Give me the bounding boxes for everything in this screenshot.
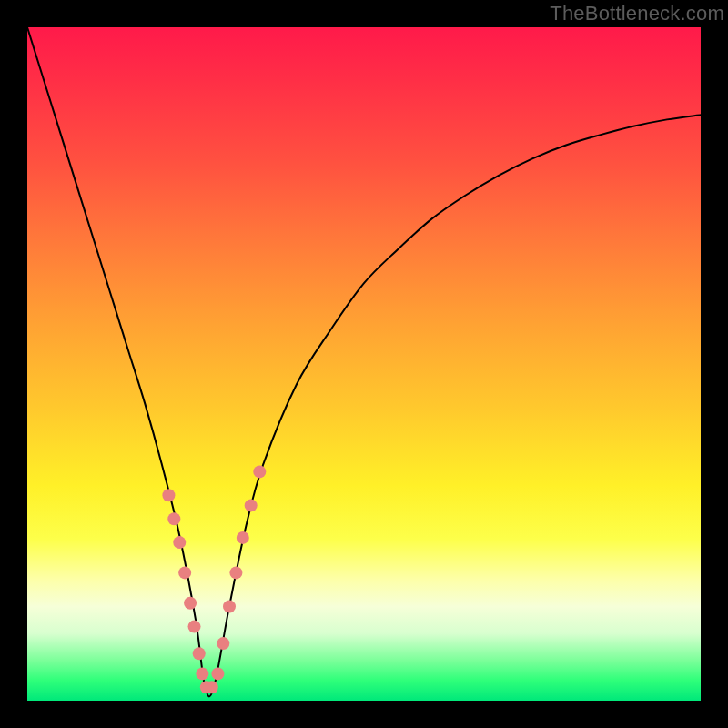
sample-point bbox=[188, 621, 201, 633]
sample-point bbox=[193, 647, 206, 660]
bottleneck-curve bbox=[27, 27, 701, 696]
plot-area bbox=[27, 27, 701, 701]
sample-point bbox=[162, 489, 175, 501]
sample-point bbox=[237, 531, 249, 544]
sample-point bbox=[211, 667, 224, 680]
sample-point bbox=[217, 637, 229, 650]
sample-point bbox=[184, 597, 197, 610]
sample-point bbox=[253, 465, 266, 478]
sample-markers bbox=[162, 465, 266, 693]
sample-point bbox=[206, 681, 218, 693]
sample-point bbox=[178, 566, 191, 579]
sample-point bbox=[196, 667, 208, 680]
sample-point bbox=[167, 512, 180, 525]
sample-point bbox=[245, 499, 258, 511]
chart-frame: TheBottleneck.com bbox=[0, 0, 728, 728]
sample-point bbox=[223, 600, 236, 612]
curve-layer bbox=[27, 27, 701, 701]
sample-point bbox=[229, 566, 242, 579]
watermark-text: TheBottleneck.com bbox=[550, 2, 724, 25]
sample-point bbox=[173, 536, 186, 549]
